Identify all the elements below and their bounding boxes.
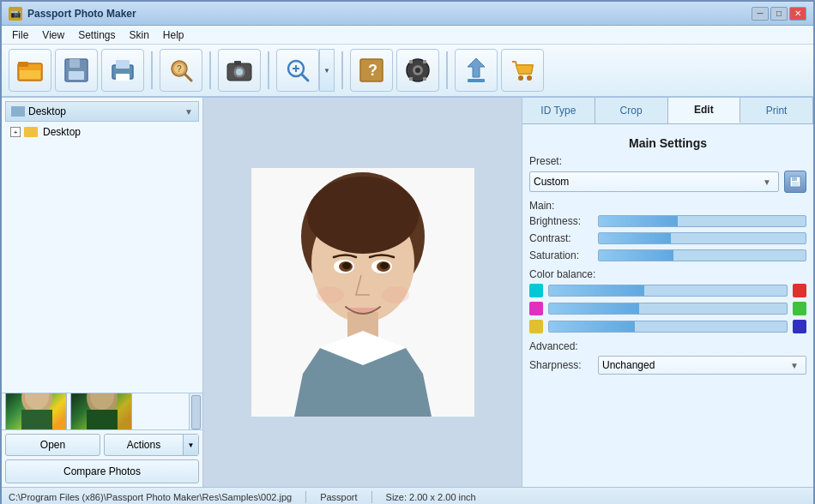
print-btn[interactable]: [101, 49, 144, 92]
cyan-red-row: [529, 284, 806, 297]
help-btn[interactable]: ?: [350, 49, 393, 92]
actions-btn[interactable]: Actions ▼: [104, 434, 199, 456]
svg-point-51: [317, 286, 344, 303]
status-path: C:\Program Files (x86)\Passport Photo Ma…: [9, 492, 292, 502]
svg-rect-31: [468, 79, 485, 82]
export-btn[interactable]: [455, 49, 498, 92]
photo-display: [251, 168, 474, 417]
saturation-slider[interactable]: [598, 249, 806, 261]
svg-rect-1: [18, 62, 28, 67]
color-balance-label: Color balance:: [529, 268, 806, 280]
panel-title: Main Settings: [529, 131, 806, 155]
tab-crop[interactable]: Crop: [595, 98, 668, 123]
minimize-btn[interactable]: ─: [752, 7, 769, 21]
magenta-green-slider[interactable]: [548, 303, 788, 315]
sharpness-select[interactable]: Unchanged ▼: [598, 356, 806, 375]
preset-save-btn[interactable]: [784, 171, 806, 193]
status-bar: C:\Program Files (x86)\Passport Photo Ma…: [2, 487, 813, 504]
search-btn[interactable]: ?: [160, 49, 202, 92]
preset-dropdown-arrow: ▼: [759, 177, 775, 187]
green-dot: [793, 302, 806, 315]
open-folder-btn[interactable]: [9, 49, 51, 92]
status-sep-2: [371, 491, 372, 503]
thumb-scrollbar[interactable]: [189, 393, 202, 429]
svg-rect-28: [409, 77, 413, 81]
tree-header[interactable]: Desktop ▼: [5, 101, 199, 122]
zoom-btn[interactable]: [276, 49, 319, 92]
left-panel: Desktop ▼ + Desktop: [2, 98, 203, 487]
brightness-slider[interactable]: [598, 215, 806, 227]
thumb-img-2: [71, 393, 131, 429]
sharpness-value: Unchanged: [602, 359, 787, 371]
status-type: Passport: [320, 492, 357, 502]
svg-point-43: [307, 177, 419, 254]
maximize-btn[interactable]: □: [770, 7, 788, 21]
contrast-label: Contrast:: [529, 232, 598, 244]
tab-id-type[interactable]: ID Type: [522, 98, 595, 123]
zoom-dropdown-btn[interactable]: ▼: [319, 49, 335, 92]
open-btn[interactable]: Open: [5, 434, 100, 456]
save-btn[interactable]: [55, 49, 98, 92]
sharpness-label: Sharpness:: [529, 359, 598, 371]
svg-rect-27: [423, 60, 426, 63]
app-window: 📷 Passport Photo Maker ─ □ ✕ File View S…: [0, 0, 815, 504]
status-sep-1: [305, 491, 306, 503]
tab-print[interactable]: Print: [740, 98, 813, 123]
contrast-slider[interactable]: [598, 232, 806, 244]
tabs: ID Type Crop Edit Print: [522, 98, 813, 124]
contrast-row: Contrast:: [529, 232, 806, 244]
expand-desktop-btn[interactable]: +: [10, 127, 21, 137]
brightness-label: Brightness:: [529, 215, 598, 227]
compare-photos-btn[interactable]: Compare Photos: [5, 459, 199, 483]
thumb-scroll: ...rtoonized.jpg ...oonized_1.jpg: [2, 393, 202, 429]
svg-point-33: [527, 75, 532, 81]
thumb-img-1: [6, 393, 66, 429]
menu-help[interactable]: Help: [156, 27, 191, 43]
thumbnail-2[interactable]: ...oonized_1.jpg: [70, 393, 132, 429]
cart-btn[interactable]: [501, 49, 544, 92]
preset-select[interactable]: Custom ▼: [529, 171, 779, 192]
svg-rect-39: [87, 410, 118, 429]
yellow-blue-slider[interactable]: [548, 321, 788, 333]
svg-line-18: [302, 75, 308, 81]
saturation-row: Saturation:: [529, 249, 806, 261]
svg-point-50: [380, 262, 389, 269]
tree-header-label: Desktop: [28, 105, 184, 117]
center-area: [203, 98, 522, 487]
camera-btn[interactable]: [218, 49, 261, 92]
svg-rect-54: [792, 177, 797, 181]
menu-bar: File View Settings Skin Help: [2, 26, 813, 45]
yellow-blue-fill: [549, 321, 635, 332]
menu-settings[interactable]: Settings: [71, 27, 122, 43]
file-tree: Desktop ▼ + Desktop: [2, 98, 202, 393]
desktop-icon: [11, 106, 25, 117]
preset-value: Custom: [534, 176, 759, 188]
svg-point-25: [415, 68, 420, 73]
menu-file[interactable]: File: [5, 27, 35, 43]
preset-row: Custom ▼: [529, 171, 806, 193]
menu-view[interactable]: View: [35, 27, 71, 43]
svg-rect-16: [234, 61, 241, 65]
close-btn[interactable]: ✕: [789, 7, 806, 21]
toolbar-separator-4: [341, 51, 343, 89]
actions-dropdown-arrow[interactable]: ▼: [183, 435, 198, 455]
status-size: Size: 2.00 x 2.00 inch: [386, 492, 476, 502]
svg-rect-29: [423, 77, 426, 81]
saturation-label: Saturation:: [529, 249, 598, 261]
magenta-green-fill: [549, 303, 639, 314]
tab-edit[interactable]: Edit: [668, 98, 741, 123]
svg-rect-2: [20, 70, 40, 79]
red-dot: [793, 284, 806, 297]
svg-point-15: [236, 69, 243, 75]
tree-item-desktop[interactable]: + Desktop: [5, 123, 199, 141]
scrollbar-thumb[interactable]: [191, 395, 201, 429]
sharpness-arrow: ▼: [787, 361, 802, 370]
thumbnail-1[interactable]: ...rtoonized.jpg: [5, 393, 67, 429]
svg-rect-4: [69, 59, 80, 68]
folder-icon: [24, 127, 38, 137]
brightness-row: Brightness:: [529, 215, 806, 227]
cyan-red-slider[interactable]: [548, 285, 788, 297]
svg-rect-36: [21, 410, 52, 429]
menu-skin[interactable]: Skin: [123, 27, 156, 43]
film-btn[interactable]: [396, 49, 439, 92]
